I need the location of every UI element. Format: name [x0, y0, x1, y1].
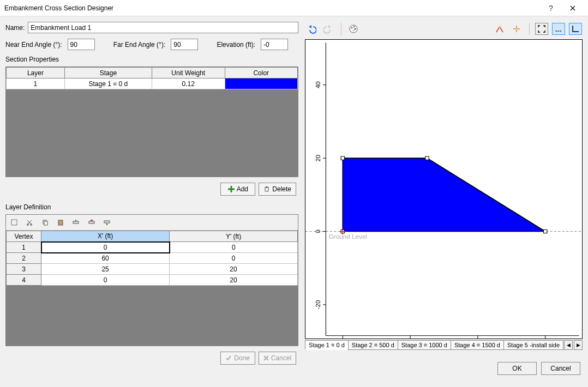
zoom-extents-icon[interactable] [535, 23, 548, 35]
section-properties-label: Section Properties [5, 56, 298, 63]
delete-button[interactable]: Delete [259, 183, 296, 196]
section-properties-table[interactable]: Layer Stage Unit Weight Color 1 Stage 1 … [6, 67, 298, 89]
svg-point-2 [31, 224, 32, 226]
svg-point-1 [27, 224, 29, 226]
svg-point-12 [353, 26, 355, 28]
cell-vertex[interactable]: 3 [7, 264, 41, 275]
layer-definition-panel: Vertex X' (ft) Y' (ft) 1 0 0 2 60 0 [5, 214, 298, 346]
far-angle-input[interactable] [171, 39, 198, 50]
svg-rect-8 [89, 221, 94, 223]
cut-icon[interactable] [23, 216, 36, 228]
snap-vertex-icon[interactable] [493, 23, 506, 35]
col-header-vertex[interactable]: Vertex [7, 231, 41, 242]
elevation-input[interactable] [261, 39, 288, 50]
svg-rect-0 [11, 220, 17, 225]
cell-x[interactable]: 60 [41, 253, 170, 264]
snap-grid-icon[interactable] [510, 23, 523, 35]
add-button[interactable]: Add [220, 183, 255, 196]
delete-button-label: Delete [272, 185, 291, 193]
vertex-table[interactable]: Vertex X' (ft) Y' (ft) 1 0 0 2 60 0 [6, 231, 298, 286]
near-angle-input[interactable] [68, 39, 95, 50]
trash-icon [263, 186, 270, 192]
cell-x[interactable]: 0 [41, 242, 170, 253]
tabs-scroll-right-icon[interactable]: ▶ [574, 340, 583, 350]
cell-y[interactable]: 20 [170, 275, 298, 286]
section-properties-panel: Layer Stage Unit Weight Color 1 Stage 1 … [5, 66, 298, 177]
pan-icon[interactable] [552, 23, 565, 35]
palette-icon[interactable] [347, 23, 360, 35]
stage-tab[interactable]: Stage 3 = 1000 d [398, 340, 451, 350]
cell-stage[interactable]: Stage 1 = 0 d [64, 78, 152, 89]
chart-canvas[interactable]: Ground Level -20 0 20 40 0 20 [305, 39, 583, 339]
cancel-button[interactable]: Cancel [541, 362, 580, 375]
ok-button[interactable]: OK [497, 362, 537, 375]
cell-unitweight[interactable]: 0.12 [152, 78, 225, 89]
name-input[interactable] [28, 22, 298, 33]
svg-point-15 [499, 26, 501, 28]
cell-vertex[interactable]: 2 [7, 253, 41, 264]
section-filler [6, 89, 298, 177]
svg-rect-7 [73, 221, 79, 223]
cell-x[interactable]: 0 [41, 275, 170, 286]
done-button-label: Done [234, 354, 250, 362]
svg-text:40: 40 [315, 81, 321, 88]
cell-vertex[interactable]: 1 [7, 242, 41, 253]
stage-tabs: Stage 1 = 0 d Stage 2 = 500 d Stage 3 = … [305, 339, 583, 351]
x-icon [263, 355, 269, 361]
cell-x[interactable]: 25 [41, 264, 170, 275]
vertex-filler [6, 286, 298, 346]
redo-icon[interactable] [322, 23, 335, 35]
table-row[interactable]: 2 60 0 [7, 253, 298, 264]
col-header-layer[interactable]: Layer [7, 68, 65, 78]
svg-rect-4 [44, 221, 47, 225]
col-header-unitweight[interactable]: Unit Weight [152, 68, 225, 78]
name-label: Name: [5, 24, 25, 32]
col-header-stage[interactable]: Stage [64, 68, 152, 78]
far-angle-label: Far End Angle (°): [113, 41, 166, 49]
insert-row-icon[interactable] [69, 216, 82, 228]
svg-point-16 [515, 28, 518, 30]
col-header-y[interactable]: Y' (ft) [170, 231, 298, 242]
help-button[interactable]: ? [540, 1, 562, 16]
stage-tab[interactable]: Stage 1 = 0 d [305, 340, 349, 350]
stage-tab[interactable]: Stage 4 = 1500 d [451, 340, 504, 350]
cell-y[interactable]: 0 [170, 242, 298, 253]
svg-text:0: 0 [315, 229, 321, 233]
svg-point-13 [355, 28, 356, 30]
undo-icon[interactable] [305, 23, 318, 35]
close-button[interactable] [562, 1, 584, 16]
cell-y[interactable]: 20 [170, 264, 298, 275]
window-title: Embankment Cross Section Designer [4, 4, 540, 12]
copy-icon[interactable] [39, 216, 52, 228]
table-row[interactable]: 4 0 20 [7, 275, 298, 286]
svg-point-11 [351, 27, 353, 29]
col-header-color[interactable]: Color [225, 68, 298, 78]
done-button[interactable]: Done [220, 352, 255, 365]
append-row-icon[interactable] [100, 216, 113, 228]
stage-tab[interactable]: Stage 5 -install side [503, 340, 563, 350]
paste-icon[interactable] [54, 216, 67, 228]
chart-toolbar [305, 22, 583, 39]
svg-rect-43 [341, 156, 344, 160]
cancel-layer-label: Cancel [271, 354, 291, 362]
section-row[interactable]: 1 Stage 1 = 0 d 0.12 [7, 78, 298, 89]
svg-point-14 [353, 30, 355, 32]
col-header-x[interactable]: X' (ft) [41, 231, 170, 242]
delete-row-icon[interactable] [85, 216, 98, 228]
cell-color[interactable] [225, 78, 298, 89]
svg-rect-42 [425, 156, 429, 160]
table-row[interactable]: 3 25 20 [7, 264, 298, 275]
layer-toolbar [6, 215, 298, 231]
table-row[interactable]: 1 0 0 [7, 242, 298, 253]
cell-vertex[interactable]: 4 [7, 275, 41, 286]
tabs-scroll-left-icon[interactable]: ◀ [564, 340, 573, 350]
cancel-layer-button[interactable]: Cancel [259, 352, 296, 365]
stage-tab[interactable]: Stage 2 = 500 d [348, 340, 398, 350]
cell-y[interactable]: 0 [170, 253, 298, 264]
cell-layer[interactable]: 1 [7, 78, 65, 89]
axes-icon[interactable] [569, 23, 582, 35]
select-icon[interactable] [8, 216, 21, 228]
svg-text:-20: -20 [315, 300, 321, 309]
plus-icon [228, 186, 235, 192]
title-bar: Embankment Cross Section Designer ? [0, 0, 588, 16]
